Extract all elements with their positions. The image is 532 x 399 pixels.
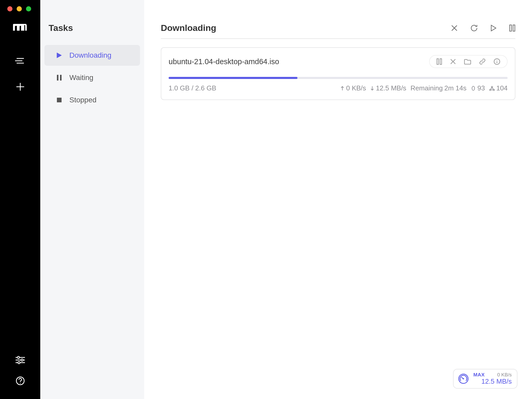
svg-point-9 xyxy=(21,359,23,361)
task-folder-button[interactable] xyxy=(464,58,471,65)
page-title: Downloading xyxy=(161,23,216,33)
window-minimize-button[interactable] xyxy=(17,6,22,11)
progress-bar-track xyxy=(169,77,508,79)
speed-max-label: MAX xyxy=(473,372,485,378)
svg-rect-20 xyxy=(513,25,515,31)
header-actions xyxy=(451,24,515,32)
pause-icon xyxy=(56,75,63,81)
window-controls xyxy=(0,6,31,11)
svg-rect-22 xyxy=(440,59,442,64)
help-button[interactable] xyxy=(0,373,40,399)
task-actions xyxy=(429,55,508,68)
task-remaining: Remaining 2m 14s xyxy=(410,84,467,92)
svg-rect-15 xyxy=(60,75,62,81)
task-upload-speed: 0 KB/s xyxy=(340,84,366,92)
task-link-button[interactable] xyxy=(479,58,486,65)
nav-rail xyxy=(0,0,40,399)
main-content: Downloading xyxy=(144,0,532,399)
svg-rect-16 xyxy=(57,98,62,102)
play-icon xyxy=(56,52,63,58)
sidebar-item-label: Waiting xyxy=(69,74,93,82)
pause-all-button[interactable] xyxy=(509,24,515,32)
task-delete-button[interactable] xyxy=(450,58,456,65)
refresh-button[interactable] xyxy=(470,24,478,32)
task-download-speed: 12.5 MB/s xyxy=(370,84,406,92)
svg-point-30 xyxy=(491,86,493,88)
sidebar-item-stopped[interactable]: Stopped xyxy=(44,90,140,110)
svg-rect-14 xyxy=(57,75,58,81)
svg-rect-19 xyxy=(510,25,511,31)
svg-point-27 xyxy=(497,60,497,61)
stop-icon xyxy=(56,97,63,103)
task-pause-button[interactable] xyxy=(436,58,442,65)
resume-all-button[interactable] xyxy=(490,24,497,32)
svg-rect-21 xyxy=(437,59,438,64)
task-size-progress: 1.0 GB / 2.6 GB xyxy=(169,84,216,92)
task-card[interactable]: ubuntu-21.04-desktop-amd64.iso xyxy=(161,47,515,100)
task-peers: 104 xyxy=(489,84,508,92)
svg-line-33 xyxy=(490,88,492,89)
window-close-button[interactable] xyxy=(7,6,12,11)
settings-button[interactable] xyxy=(0,347,40,373)
task-filename: ubuntu-21.04-desktop-amd64.iso xyxy=(169,57,279,66)
sidebar-item-waiting[interactable]: Waiting xyxy=(44,67,140,88)
gauge-icon xyxy=(458,373,469,384)
sidebar-item-downloading[interactable]: Downloading xyxy=(44,45,140,66)
svg-point-11 xyxy=(18,362,20,364)
main-header: Downloading xyxy=(161,0,515,39)
task-stats: 1.0 GB / 2.6 GB 0 KB/s 12.5 MB/s Remaini… xyxy=(161,84,515,92)
speed-widget[interactable]: MAX 0 KB/s 12.5 MB/s xyxy=(453,369,517,389)
svg-point-7 xyxy=(17,356,19,358)
sidebar-title: Tasks xyxy=(40,0,144,43)
svg-line-34 xyxy=(492,88,494,89)
delete-all-button[interactable] xyxy=(451,25,458,31)
add-task-button[interactable] xyxy=(0,74,40,100)
progress-bar-fill xyxy=(169,77,297,79)
svg-point-38 xyxy=(463,378,464,380)
task-info-button[interactable] xyxy=(494,58,500,65)
task-seeds: 93 xyxy=(471,84,485,92)
sidebar-item-label: Stopped xyxy=(69,96,96,104)
speed-upload: 0 KB/s xyxy=(497,372,512,378)
sidebar: Tasks Downloading Waiting Stopped xyxy=(40,0,144,399)
svg-point-13 xyxy=(20,383,21,384)
sidebar-item-label: Downloading xyxy=(69,51,111,59)
task-header: ubuntu-21.04-desktop-amd64.iso xyxy=(161,55,515,68)
app-logo-icon xyxy=(13,24,28,32)
speed-download: 12.5 MB/s xyxy=(473,378,512,385)
nav-tasks-button[interactable] xyxy=(0,48,40,74)
window-zoom-button[interactable] xyxy=(26,6,31,11)
